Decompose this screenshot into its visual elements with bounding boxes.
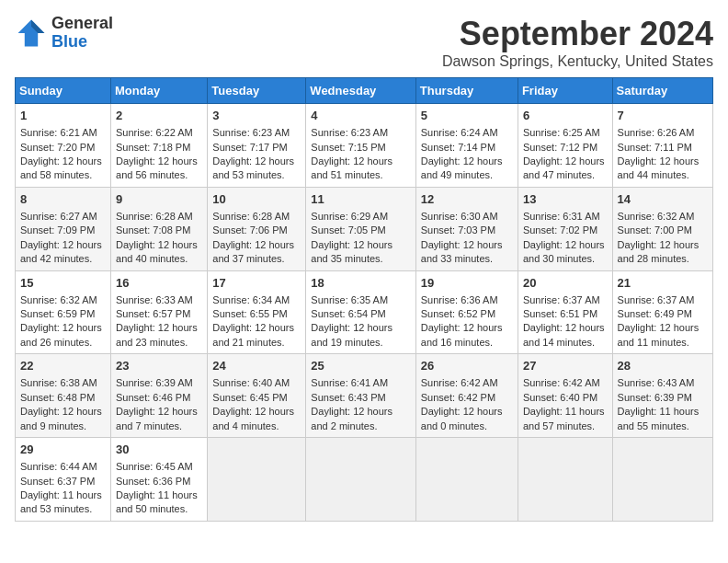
weekday-header-tuesday: Tuesday [208,78,306,104]
calendar-day-cell: 9Sunrise: 6:28 AMSunset: 7:08 PMDaylight… [111,187,208,270]
calendar-day-cell: 19Sunrise: 6:36 AMSunset: 6:52 PMDayligh… [415,270,518,354]
calendar-day-cell: 14Sunrise: 6:32 AMSunset: 7:00 PMDayligh… [612,187,712,270]
logo-general: General [51,14,113,32]
calendar-day-cell: 30Sunrise: 6:45 AMSunset: 6:36 PMDayligh… [111,438,208,522]
calendar-week-row: 22Sunrise: 6:38 AMSunset: 6:48 PMDayligh… [16,354,713,438]
calendar-day-cell: 16Sunrise: 6:33 AMSunset: 6:57 PMDayligh… [111,270,208,354]
day-number: 30 [116,442,202,458]
day-number: 24 [212,358,301,374]
calendar-day-cell: 23Sunrise: 6:39 AMSunset: 6:46 PMDayligh… [111,354,208,438]
calendar-day-cell: 18Sunrise: 6:35 AMSunset: 6:54 PMDayligh… [306,270,415,354]
empty-cell [612,438,712,522]
day-number: 10 [212,191,301,208]
calendar-day-cell: 27Sunrise: 6:42 AMSunset: 6:40 PMDayligh… [518,354,612,438]
day-number: 26 [421,358,513,374]
calendar-day-cell: 17Sunrise: 6:34 AMSunset: 6:55 PMDayligh… [208,270,306,354]
calendar-day-cell: 22Sunrise: 6:38 AMSunset: 6:48 PMDayligh… [16,354,111,438]
calendar-day-cell: 21Sunrise: 6:37 AMSunset: 6:49 PMDayligh… [612,270,712,354]
calendar-day-cell: 10Sunrise: 6:28 AMSunset: 7:06 PMDayligh… [208,187,306,270]
calendar-week-row: 15Sunrise: 6:32 AMSunset: 6:59 PMDayligh… [16,270,713,354]
calendar-day-cell: 1Sunrise: 6:21 AMSunset: 7:20 PMDaylight… [16,104,111,188]
day-number: 16 [116,275,202,292]
empty-cell [415,438,518,522]
day-number: 7 [618,108,708,124]
page-header: General Blue September 2024 Dawson Sprin… [15,15,713,70]
empty-cell [518,438,612,522]
day-number: 22 [20,358,106,374]
calendar-day-cell: 2Sunrise: 6:22 AMSunset: 7:18 PMDaylight… [111,104,208,188]
calendar-day-cell: 7Sunrise: 6:26 AMSunset: 7:11 PMDaylight… [612,104,712,188]
calendar-day-cell: 29Sunrise: 6:44 AMSunset: 6:37 PMDayligh… [16,438,111,522]
empty-cell [306,438,415,522]
calendar-day-cell: 3Sunrise: 6:23 AMSunset: 7:17 PMDaylight… [208,104,306,188]
day-number: 27 [523,358,608,374]
day-number: 5 [421,108,513,124]
day-number: 4 [311,108,410,124]
day-number: 19 [421,275,513,292]
calendar-day-cell: 8Sunrise: 6:27 AMSunset: 7:09 PMDaylight… [16,187,111,270]
logo-icon [15,17,48,50]
calendar-table: SundayMondayTuesdayWednesdayThursdayFrid… [15,77,713,522]
weekday-header-saturday: Saturday [612,78,712,104]
day-number: 8 [20,191,106,208]
calendar-day-cell: 6Sunrise: 6:25 AMSunset: 7:12 PMDaylight… [518,104,612,188]
day-number: 11 [311,191,410,208]
weekday-header-row: SundayMondayTuesdayWednesdayThursdayFrid… [16,78,713,104]
month-title: September 2024 [442,15,713,53]
weekday-header-monday: Monday [111,78,208,104]
calendar-day-cell: 12Sunrise: 6:30 AMSunset: 7:03 PMDayligh… [415,187,518,270]
weekday-header-sunday: Sunday [16,78,111,104]
day-number: 2 [116,108,202,124]
day-number: 28 [618,358,708,374]
day-number: 12 [421,191,513,208]
day-number: 1 [20,108,106,124]
title-block: September 2024 Dawson Springs, Kentucky,… [442,15,713,70]
day-number: 23 [116,358,202,374]
calendar-day-cell: 5Sunrise: 6:24 AMSunset: 7:14 PMDaylight… [415,104,518,188]
empty-cell [208,438,306,522]
calendar-day-cell: 20Sunrise: 6:37 AMSunset: 6:51 PMDayligh… [518,270,612,354]
day-number: 25 [311,358,410,374]
calendar-day-cell: 26Sunrise: 6:42 AMSunset: 6:42 PMDayligh… [415,354,518,438]
weekday-header-thursday: Thursday [415,78,518,104]
calendar-week-row: 29Sunrise: 6:44 AMSunset: 6:37 PMDayligh… [16,438,713,522]
day-number: 13 [523,191,608,208]
day-number: 17 [212,275,301,292]
location-title: Dawson Springs, Kentucky, United States [442,53,713,70]
day-number: 21 [618,275,708,292]
day-number: 14 [618,191,708,208]
day-number: 3 [212,108,301,124]
calendar-day-cell: 4Sunrise: 6:23 AMSunset: 7:15 PMDaylight… [306,104,415,188]
calendar-day-cell: 24Sunrise: 6:40 AMSunset: 6:45 PMDayligh… [208,354,306,438]
calendar-day-cell: 15Sunrise: 6:32 AMSunset: 6:59 PMDayligh… [16,270,111,354]
day-number: 18 [311,275,410,292]
calendar-week-row: 1Sunrise: 6:21 AMSunset: 7:20 PMDaylight… [16,104,713,188]
calendar-day-cell: 28Sunrise: 6:43 AMSunset: 6:39 PMDayligh… [612,354,712,438]
weekday-header-friday: Friday [518,78,612,104]
calendar-day-cell: 11Sunrise: 6:29 AMSunset: 7:05 PMDayligh… [306,187,415,270]
weekday-header-wednesday: Wednesday [306,78,415,104]
day-number: 9 [116,191,202,208]
day-number: 15 [20,275,106,292]
day-number: 20 [523,275,608,292]
calendar-day-cell: 25Sunrise: 6:41 AMSunset: 6:43 PMDayligh… [306,354,415,438]
logo: General Blue [15,15,113,52]
day-number: 29 [20,442,106,458]
day-number: 6 [523,108,608,124]
logo-blue: Blue [51,32,87,51]
calendar-week-row: 8Sunrise: 6:27 AMSunset: 7:09 PMDaylight… [16,187,713,270]
calendar-day-cell: 13Sunrise: 6:31 AMSunset: 7:02 PMDayligh… [518,187,612,270]
